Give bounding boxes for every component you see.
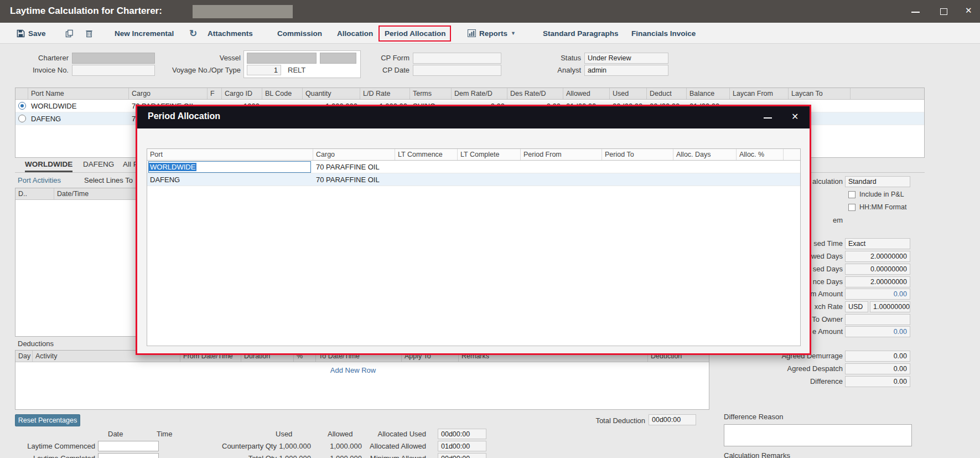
column-header-des-rate: Des Rate/D [507, 88, 563, 99]
status-field[interactable]: Under Review [584, 53, 668, 64]
invoice-no-field[interactable] [72, 65, 155, 76]
allocation-table: Port Cargo LT Commence LT Complete Perio… [147, 148, 801, 346]
exch-rate-currency-field[interactable]: USD [845, 301, 868, 312]
reports-label: Reports [479, 29, 507, 38]
agreed-despatch-label: Agreed Despatch [736, 363, 843, 374]
new-incremental-button[interactable]: New Incremental [115, 23, 174, 44]
alloc-days-cell[interactable] [673, 161, 737, 173]
allocation-label: Allocation [337, 29, 373, 38]
lt-commence-cell[interactable] [395, 161, 458, 173]
column-header-period-to: Period To [602, 149, 673, 160]
allocation-row-dafeng[interactable]: DAFENG 70 PARAFFINE OIL [147, 173, 800, 186]
column-header-port-name: Port Name [28, 88, 129, 99]
trash-icon [85, 29, 93, 38]
used-header: Used [276, 429, 292, 440]
window-title: Laytime Calculation for Charterer: [10, 6, 162, 17]
modal-close-icon[interactable]: ✕ [791, 111, 798, 122]
cp-date-label: CP Date [354, 65, 409, 76]
calculation-field[interactable]: Standard [845, 176, 910, 187]
balance-days-field[interactable]: 2.00000000 [845, 276, 910, 287]
used-time-field[interactable]: Exact [845, 238, 910, 249]
alloc-pct-cell[interactable] [737, 161, 784, 173]
allocation-row-worldwide[interactable]: WORLDWIDE 70 PARAFFINE OIL [147, 161, 800, 173]
date-header: Date [108, 429, 123, 440]
attachments-button[interactable]: Attachments [208, 23, 253, 44]
period-allocation-modal: Period Allocation ✕ Port Cargo LT Commen… [136, 105, 811, 355]
subtab-port-activities[interactable]: Port Activities [18, 176, 61, 184]
reports-chart-icon [468, 29, 476, 37]
laytime-commenced-input[interactable] [98, 441, 159, 451]
vessel-code-field[interactable] [320, 53, 356, 64]
laytime-calculation-window: Laytime Calculation for Charterer: ✕ Sav… [0, 0, 980, 458]
allocation-button[interactable]: Allocation [337, 23, 373, 44]
voyage-opr-label: Voyage No./Opr Type [166, 65, 241, 76]
time-header: Time [157, 429, 172, 440]
exch-rate-value-field[interactable]: 1.00000000 [870, 301, 910, 312]
used-days-field[interactable]: 0.00000000 [845, 264, 910, 275]
hhmm-format-checkbox[interactable] [848, 204, 855, 211]
charterer-field[interactable] [72, 53, 155, 64]
include-pl-checkbox[interactable] [848, 191, 855, 198]
dem-amount-field[interactable]: 0.00 [845, 289, 910, 300]
owner-amount-field[interactable]: 0.00 [845, 326, 910, 337]
refresh-button[interactable]: ↻ [189, 23, 197, 44]
window-minimize-icon[interactable] [911, 12, 920, 13]
row-radio-dafeng[interactable] [15, 112, 28, 125]
window-close-icon[interactable]: ✕ [965, 6, 972, 16]
row-radio-worldwide[interactable] [15, 100, 28, 112]
to-owner-field[interactable] [845, 314, 910, 325]
modal-titlebar[interactable]: Period Allocation ✕ [137, 106, 810, 128]
period-to-cell[interactable] [602, 161, 673, 173]
tab-worldwide[interactable]: WORLDWIDE [25, 160, 72, 172]
port-cell-input[interactable]: WORLDWIDE [148, 161, 311, 173]
cargo-cell[interactable]: 70 PARAFFINE OIL [313, 173, 395, 186]
analyst-field[interactable]: admin [584, 65, 668, 76]
reset-percentages-button[interactable]: Reset Percentages [15, 414, 80, 426]
delete-button[interactable] [85, 23, 93, 44]
new-incremental-label: New Incremental [115, 29, 174, 38]
add-new-row-link[interactable]: Add New Row [276, 366, 431, 374]
vessel-label: Vessel [166, 53, 241, 64]
voyage-no-field[interactable]: 1 [247, 65, 281, 75]
difference-reason-textarea[interactable] [724, 424, 912, 446]
column-header-filler [784, 149, 801, 160]
save-button[interactable]: Save [17, 23, 46, 44]
column-header-deduct: Deduct [647, 88, 687, 99]
include-pl-label: Include in P&L [859, 189, 904, 200]
total-used-value: 1,000.000 [266, 453, 311, 458]
window-titlebar[interactable]: Laytime Calculation for Charterer: ✕ [0, 0, 980, 23]
column-header-alloc-pct: Alloc. % [737, 149, 784, 160]
agreed-despatch-field[interactable]: 0.00 [845, 363, 910, 374]
port-cell[interactable]: DAFENG [147, 173, 313, 186]
charterer-label: Charterer [17, 53, 69, 64]
allowed-days-field[interactable]: 2.00000000 [845, 251, 910, 262]
column-header-terms: Terms [410, 88, 452, 99]
minimum-allowed-field: 00d00:00 [438, 453, 486, 458]
cp-form-label: CP Form [354, 53, 409, 64]
lt-complete-cell[interactable] [458, 161, 521, 173]
laytime-commenced-label: Laytime Commenced [11, 441, 95, 452]
commission-button[interactable]: Commission [277, 23, 322, 44]
column-header-cargo: Cargo [129, 88, 208, 99]
period-from-cell[interactable] [521, 161, 602, 173]
cp-date-field[interactable] [413, 65, 501, 76]
modal-title: Period Allocation [148, 111, 220, 121]
laytime-completed-input[interactable] [98, 453, 159, 458]
cargo-cell[interactable]: 70 PARAFFINE OIL [313, 161, 395, 173]
copy-button[interactable] [65, 23, 74, 44]
window-maximize-icon[interactable] [940, 8, 947, 15]
modal-minimize-icon[interactable] [764, 117, 772, 119]
agreed-demurrage-field[interactable]: 0.00 [845, 351, 910, 362]
column-header-cargo: Cargo [313, 149, 395, 160]
cp-form-field[interactable] [413, 53, 501, 64]
subtab-select-lines[interactable]: Select Lines To [84, 176, 133, 184]
cell-port-name: DAFENG [28, 112, 129, 125]
standard-paragraphs-button[interactable]: Standard Paragraphs [543, 23, 619, 44]
vessel-field[interactable] [247, 53, 317, 64]
reports-button[interactable]: Reports ▼ [468, 23, 516, 44]
financials-invoice-button[interactable]: Financials Invoice [631, 23, 696, 44]
opr-type-value: RELT [288, 65, 305, 76]
column-header-balance: Balance [687, 88, 730, 99]
tab-dafeng[interactable]: DAFENG [83, 160, 114, 171]
difference-field[interactable]: 0.00 [845, 376, 910, 387]
